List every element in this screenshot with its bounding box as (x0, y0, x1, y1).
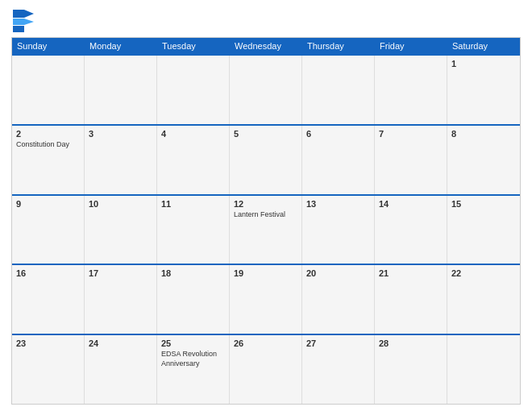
day-cell: 4 (157, 126, 230, 194)
logo-icon (11, 8, 37, 34)
day-number: 10 (89, 198, 152, 210)
day-cell: 8 (447, 126, 520, 194)
logo (11, 8, 40, 34)
day-number: 12 (234, 198, 297, 210)
day-cell: 6 (302, 126, 375, 194)
day-cell (85, 56, 157, 124)
day-number: 16 (16, 268, 80, 279)
day-cell: 1 (447, 56, 520, 124)
day-number: 22 (451, 268, 516, 279)
day-cell: 26 (230, 335, 302, 404)
day-cell: 14 (375, 196, 447, 264)
day-cell: 15 (447, 196, 520, 264)
day-number: 20 (306, 268, 370, 279)
svg-rect-0 (13, 10, 24, 18)
event-text: EDSA Revolution Anniversary (161, 350, 225, 368)
day-cell: 3 (85, 126, 157, 194)
day-cell: 17 (85, 265, 157, 334)
day-number: 27 (306, 338, 370, 349)
day-cell (230, 56, 302, 124)
day-number: 1 (451, 58, 516, 69)
day-header-friday: Friday (375, 38, 447, 54)
day-cell (447, 335, 520, 404)
day-header-thursday: Thursday (302, 38, 375, 54)
week-row-0: 1 (12, 54, 520, 124)
day-header-monday: Monday (85, 38, 157, 54)
day-number: 28 (379, 338, 443, 349)
day-cell (157, 56, 230, 124)
day-headers-row: SundayMondayTuesdayWednesdayThursdayFrid… (12, 38, 520, 54)
week-row-4: 232425EDSA Revolution Anniversary262728 (12, 334, 520, 404)
day-cell: 22 (447, 265, 520, 334)
day-cell: 2Constitution Day (12, 126, 85, 194)
day-number: 14 (379, 198, 443, 210)
day-number: 19 (234, 268, 297, 279)
day-cell: 25EDSA Revolution Anniversary (157, 335, 230, 404)
day-cell: 7 (375, 126, 447, 194)
day-header-wednesday: Wednesday (230, 38, 302, 54)
day-cell (302, 56, 375, 124)
svg-rect-4 (13, 26, 24, 32)
day-header-tuesday: Tuesday (157, 38, 230, 54)
day-number: 21 (379, 268, 443, 279)
event-text: Lantern Festival (234, 210, 297, 220)
weeks-container: 12Constitution Day3456789101112Lantern F… (12, 54, 520, 404)
day-number: 13 (306, 198, 370, 210)
day-header-sunday: Sunday (12, 38, 85, 54)
day-number: 17 (89, 268, 152, 279)
day-number: 15 (451, 198, 516, 210)
day-cell: 5 (230, 126, 302, 194)
day-cell (12, 56, 85, 124)
day-number: 23 (16, 338, 80, 349)
day-cell: 24 (85, 335, 157, 404)
day-cell: 13 (302, 196, 375, 264)
day-cell: 10 (85, 196, 157, 264)
day-number: 9 (16, 198, 80, 210)
day-cell: 21 (375, 265, 447, 334)
svg-rect-2 (13, 19, 24, 25)
week-row-1: 2Constitution Day345678 (12, 124, 520, 194)
day-number: 6 (306, 128, 370, 139)
day-cell (375, 56, 447, 124)
day-number: 4 (161, 128, 225, 139)
day-cell: 27 (302, 335, 375, 404)
header (11, 8, 521, 34)
event-text: Constitution Day (16, 140, 80, 150)
day-number: 3 (89, 128, 152, 139)
day-number: 8 (451, 128, 516, 139)
day-number: 25 (161, 338, 225, 349)
svg-marker-1 (24, 10, 34, 18)
day-cell: 20 (302, 265, 375, 334)
week-row-3: 16171819202122 (12, 264, 520, 334)
day-number: 7 (379, 128, 443, 139)
week-row-2: 9101112Lantern Festival131415 (12, 194, 520, 264)
day-number: 2 (16, 128, 80, 139)
calendar-grid: SundayMondayTuesdayWednesdayThursdayFrid… (11, 37, 521, 405)
day-number: 18 (161, 268, 225, 279)
day-number: 5 (234, 128, 297, 139)
svg-marker-3 (24, 19, 34, 25)
day-cell: 12Lantern Festival (230, 196, 302, 264)
day-cell: 11 (157, 196, 230, 264)
day-header-saturday: Saturday (447, 38, 520, 54)
day-cell: 23 (12, 335, 85, 404)
day-cell: 16 (12, 265, 85, 334)
day-number: 24 (89, 338, 152, 349)
calendar-page: SundayMondayTuesdayWednesdayThursdayFrid… (0, 0, 532, 411)
day-cell: 28 (375, 335, 447, 404)
day-number: 26 (234, 338, 297, 349)
day-number: 11 (161, 198, 225, 210)
day-cell: 19 (230, 265, 302, 334)
day-cell: 9 (12, 196, 85, 264)
day-cell: 18 (157, 265, 230, 334)
